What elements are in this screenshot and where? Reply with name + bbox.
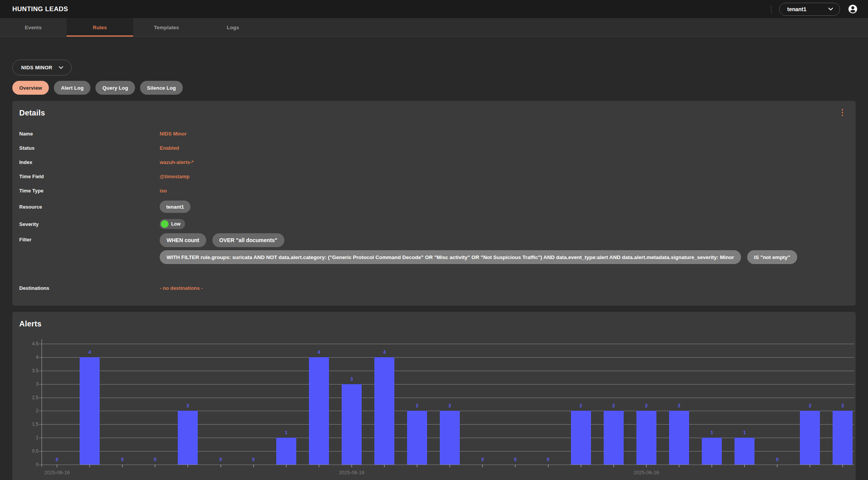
bar-value-label: 2: [569, 403, 593, 408]
x-axis-tick: [449, 465, 450, 467]
detail-row-status: Status Enabled: [19, 141, 849, 155]
field-value: iso: [160, 188, 167, 194]
x-axis-tick: [253, 465, 254, 467]
subtab-alert-log[interactable]: Alert Log: [54, 81, 90, 95]
chart-bar: [440, 411, 460, 465]
y-axis-tick: [39, 371, 42, 371]
x-axis-label: 2025-06-16: [625, 470, 668, 475]
bar-value-label: 4: [78, 350, 101, 355]
bar-value-label: 2: [831, 403, 854, 408]
chart-bar: [734, 438, 754, 465]
field-label: Time Type: [19, 188, 160, 194]
gridline: [42, 398, 854, 398]
account-circle-icon: [848, 4, 858, 14]
field-label: Time Field: [19, 174, 160, 179]
y-axis-label: 4: [19, 355, 38, 360]
x-axis-tick: [220, 465, 221, 467]
x-axis-tick: [122, 465, 123, 467]
bar-value-label: 0: [537, 457, 560, 462]
chart-bar: [374, 357, 394, 465]
y-axis-label: 2.5: [19, 395, 38, 400]
x-axis-tick: [548, 465, 549, 467]
field-label: Destinations: [19, 285, 160, 291]
chart-bar: [833, 411, 853, 465]
field-value: @timestamp: [160, 174, 190, 179]
chart-bar: [636, 411, 656, 465]
detail-row-name: Name NIDS Minor: [19, 127, 849, 141]
field-value: NIDS Minor: [160, 131, 187, 137]
alerts-card-header: Alerts: [19, 319, 849, 328]
alerts-title: Alerts: [19, 319, 42, 328]
y-axis-label: 3.5: [19, 368, 38, 373]
x-axis-tick: [57, 465, 57, 467]
bar-value-label: 1: [733, 430, 756, 435]
bar-value-label: 2: [668, 403, 691, 408]
subtab-silence-log[interactable]: Silence Log: [140, 81, 183, 95]
y-axis-tick: [39, 344, 42, 344]
chevron-down-icon: [58, 66, 63, 69]
kebab-menu-icon[interactable]: ⋮: [836, 109, 849, 116]
rule-selector-dropdown[interactable]: NIDS MINOR: [12, 60, 72, 75]
bar-value-label: 2: [176, 403, 199, 408]
alerts-chart: 00.511.522.533.544.504002001434220002222…: [19, 340, 849, 480]
gridline: [42, 465, 854, 465]
filter-chips: WHEN count OVER "all documents" WITH FIL…: [160, 232, 797, 264]
severity-dot-icon: [161, 220, 169, 228]
x-axis-tick: [515, 465, 516, 467]
rule-selector-label: NIDS MINOR: [21, 65, 52, 70]
bar-value-label: 1: [700, 430, 723, 435]
bar-value-label: 0: [111, 457, 134, 462]
field-value: Enabled: [160, 145, 179, 151]
chart-bar: [669, 411, 689, 465]
gridline: [42, 357, 854, 358]
resource-chip: tenant1: [160, 201, 190, 213]
main-tab-bar: Events Rules Templates Logs: [0, 18, 868, 37]
field-label: Index: [19, 159, 160, 165]
filter-line-2: WITH FILTER rule.groups: suricata AND NO…: [160, 250, 797, 264]
y-axis-label: 1: [19, 435, 38, 440]
tab-templates[interactable]: Templates: [133, 18, 200, 37]
bar-value-label: 0: [471, 457, 494, 462]
y-axis-tick: [39, 398, 42, 398]
x-axis-tick: [842, 465, 843, 467]
x-axis-tick: [646, 465, 647, 467]
y-axis-label: 0.5: [19, 448, 38, 454]
subtab-query-log[interactable]: Query Log: [95, 81, 135, 95]
y-axis-label: 1.5: [19, 421, 38, 427]
y-axis-label: 3: [19, 381, 38, 387]
chart-bar: [407, 411, 427, 465]
tenant-selector[interactable]: tenant1: [779, 3, 840, 16]
severity-badge: Low: [160, 219, 185, 229]
subtab-overview[interactable]: Overview: [12, 81, 49, 95]
detail-row-time-type: Time Type iso: [19, 184, 849, 198]
bar-value-label: 2: [635, 403, 658, 408]
chart-bar: [276, 438, 296, 465]
y-axis-tick: [39, 357, 42, 358]
chart-bar: [309, 357, 329, 465]
user-avatar-button[interactable]: [848, 4, 858, 14]
x-axis-tick: [417, 465, 417, 467]
x-axis-tick: [679, 465, 679, 467]
detail-row-severity: Severity Low: [19, 216, 849, 232]
tab-logs[interactable]: Logs: [200, 18, 266, 37]
gridline: [42, 371, 854, 371]
x-axis-tick: [482, 465, 483, 467]
detail-row-filter: Filter WHEN count OVER "all documents" W…: [19, 232, 849, 279]
chart-bar: [604, 411, 624, 465]
y-axis-line: [42, 339, 42, 467]
bar-value-label: 2: [602, 403, 625, 408]
y-axis-label: 2: [19, 408, 38, 413]
x-axis-tick: [613, 465, 614, 467]
bar-value-label: 0: [144, 457, 167, 462]
severity-text: Low: [171, 221, 180, 227]
x-axis-tick: [777, 465, 778, 467]
bar-value-label: 2: [438, 403, 461, 408]
filter-is-chip: IS "not empty": [747, 250, 797, 264]
gridline: [42, 384, 854, 385]
bar-value-label: 2: [406, 403, 429, 408]
tab-events[interactable]: Events: [0, 18, 67, 37]
field-label: Status: [19, 145, 160, 151]
field-label: Resource: [19, 204, 160, 210]
tab-rules[interactable]: Rules: [67, 18, 133, 37]
y-axis-tick: [39, 424, 42, 425]
